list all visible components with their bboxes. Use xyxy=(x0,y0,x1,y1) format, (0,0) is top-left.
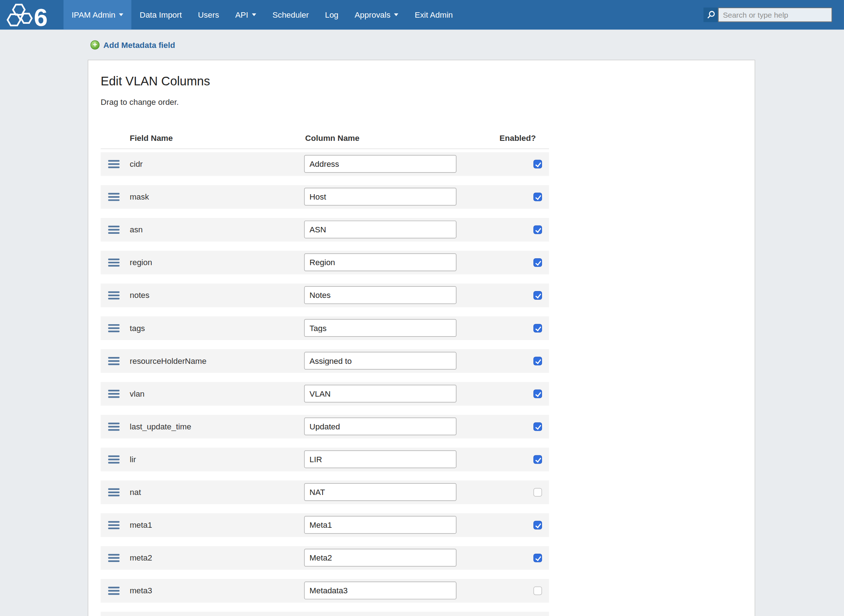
drag-handle-icon[interactable] xyxy=(108,160,119,168)
add-metadata-field-link[interactable]: Add Metadata field xyxy=(91,40,175,49)
enabled-checkbox[interactable] xyxy=(533,291,542,300)
enabled-checkbox[interactable] xyxy=(533,356,542,365)
search-icon[interactable] xyxy=(703,7,718,22)
nav-item-exit-admin[interactable]: Exit Admin xyxy=(407,0,461,29)
page-title: Edit VLAN Columns xyxy=(101,74,742,89)
column-name-input[interactable] xyxy=(304,385,456,402)
caret-down-icon xyxy=(394,13,399,16)
table-row: nat xyxy=(101,481,549,505)
column-name-input[interactable] xyxy=(304,418,456,435)
column-name-input[interactable] xyxy=(304,253,456,271)
field-name: resourceHolderName xyxy=(130,349,207,373)
drag-handle-icon[interactable] xyxy=(108,390,119,398)
column-name-input[interactable] xyxy=(304,549,456,566)
field-name: mask xyxy=(130,185,149,209)
table-row: cidr xyxy=(101,153,549,176)
drag-handle-icon[interactable] xyxy=(108,488,119,496)
field-name: tags xyxy=(130,316,145,340)
table-row: tags xyxy=(101,316,549,340)
drag-handle-icon[interactable] xyxy=(108,554,119,562)
enabled-checkbox[interactable] xyxy=(533,422,542,431)
nav-item-label: Exit Admin xyxy=(415,10,453,19)
column-name-input[interactable] xyxy=(304,155,456,173)
field-name: meta2 xyxy=(130,546,152,570)
nav-item-users[interactable]: Users xyxy=(190,0,227,29)
header-field-name: Field Name xyxy=(130,133,173,142)
drag-handle-icon[interactable] xyxy=(108,259,119,267)
nav-item-label: Scheduler xyxy=(272,10,309,19)
table-row-partial xyxy=(101,612,549,616)
nav-item-data-import[interactable]: Data Import xyxy=(132,0,190,29)
nav-item-approvals[interactable]: Approvals xyxy=(346,0,407,29)
field-name: meta1 xyxy=(130,513,152,537)
table-row: notes xyxy=(101,283,549,307)
field-name: meta3 xyxy=(130,579,152,603)
app-window: 6 IPAM AdminData ImportUsersAPIScheduler… xyxy=(0,0,844,616)
enabled-checkbox[interactable] xyxy=(533,160,542,169)
panel-subtitle: Drag to change order. xyxy=(101,97,742,106)
nav-item-label: Approvals xyxy=(355,10,390,19)
table-row: asn xyxy=(101,218,549,242)
drag-handle-icon[interactable] xyxy=(108,422,119,430)
table-body: cidr mask asn region notes tags resource… xyxy=(101,153,549,616)
column-name-input[interactable] xyxy=(304,582,456,600)
enabled-checkbox[interactable] xyxy=(533,488,542,497)
drag-handle-icon[interactable] xyxy=(108,193,119,201)
edit-vlan-columns-panel: Edit VLAN Columns Drag to change order. … xyxy=(88,60,755,616)
nav-item-api[interactable]: API xyxy=(227,0,264,29)
drag-handle-icon[interactable] xyxy=(108,587,119,595)
column-name-input[interactable] xyxy=(304,516,456,534)
table-row: lir xyxy=(101,448,549,472)
drag-handle-icon[interactable] xyxy=(108,455,119,463)
drag-handle-icon[interactable] xyxy=(108,324,119,332)
enabled-checkbox[interactable] xyxy=(533,324,542,333)
table-row: last_update_time xyxy=(101,415,549,439)
drag-handle-icon[interactable] xyxy=(108,521,119,529)
column-name-input[interactable] xyxy=(304,450,456,468)
header-enabled: Enabled? xyxy=(499,133,536,142)
field-name: lir xyxy=(130,448,136,472)
nav-item-ipam-admin[interactable]: IPAM Admin xyxy=(63,0,132,29)
table-row: region xyxy=(101,251,549,274)
field-name: cidr xyxy=(130,153,143,176)
enabled-checkbox[interactable] xyxy=(533,226,542,234)
enabled-checkbox[interactable] xyxy=(533,455,542,464)
toolbar: Add Metadata field xyxy=(0,29,844,60)
enabled-checkbox[interactable] xyxy=(533,554,542,562)
nav-item-scheduler[interactable]: Scheduler xyxy=(264,0,317,29)
column-name-input[interactable] xyxy=(304,286,456,304)
enabled-checkbox[interactable] xyxy=(533,521,542,529)
enabled-checkbox[interactable] xyxy=(533,587,542,595)
drag-handle-icon[interactable] xyxy=(108,226,119,234)
enabled-checkbox[interactable] xyxy=(533,389,542,398)
column-name-input[interactable] xyxy=(304,319,456,337)
app-logo[interactable]: 6 xyxy=(0,0,63,29)
search-group xyxy=(703,7,832,22)
nav-item-label: Users xyxy=(198,10,219,19)
field-name: asn xyxy=(130,218,143,242)
column-name-input[interactable] xyxy=(304,220,456,238)
drag-handle-icon[interactable] xyxy=(108,357,119,365)
field-name: notes xyxy=(130,283,150,307)
column-name-input[interactable] xyxy=(304,352,456,370)
nav-item-label: IPAM Admin xyxy=(72,10,116,19)
caret-down-icon xyxy=(119,13,123,16)
drag-handle-icon[interactable] xyxy=(108,292,119,299)
table-row: resourceHolderName xyxy=(101,349,549,373)
table-header: Field Name Column Name Enabled? xyxy=(101,133,549,149)
nav-item-label: Data Import xyxy=(139,10,182,19)
add-metadata-label: Add Metadata field xyxy=(103,40,175,49)
table-row: meta2 xyxy=(101,546,549,570)
nav-item-log[interactable]: Log xyxy=(317,0,346,29)
column-name-input[interactable] xyxy=(304,483,456,501)
nav-item-label: Log xyxy=(325,10,338,19)
caret-down-icon xyxy=(252,13,256,16)
enabled-checkbox[interactable] xyxy=(533,193,542,201)
logo-hexagons-icon: 6 xyxy=(6,2,57,28)
column-name-input[interactable] xyxy=(304,188,456,205)
enabled-checkbox[interactable] xyxy=(533,258,542,267)
field-name: vlan xyxy=(130,382,144,406)
field-name: last_update_time xyxy=(130,415,191,439)
table-row: vlan xyxy=(101,382,549,406)
search-input[interactable] xyxy=(718,7,832,22)
